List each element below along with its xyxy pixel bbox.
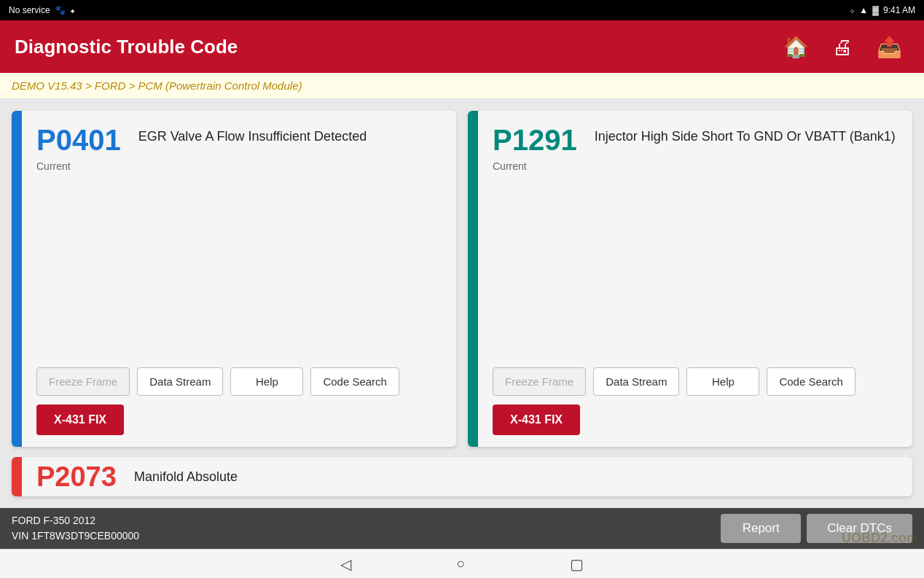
partial-card-body: P2073 Manifold Absolute (22, 457, 912, 496)
card1-data-stream-button[interactable]: Data Stream (137, 367, 223, 396)
main-content: P0401 EGR Valve A Flow Insufficient Dete… (0, 99, 924, 508)
card2-data-stream-button[interactable]: Data Stream (593, 367, 679, 396)
card1-description: EGR Valve A Flow Insufficient Detected (138, 128, 442, 145)
status-bar-right: ⬦ ▲ ▓ 9:41 AM (850, 5, 915, 15)
dtc-cards-row: P0401 EGR Valve A Flow Insufficient Dete… (12, 111, 912, 447)
vehicle-model: FORD F-350 2012 (12, 513, 139, 528)
status-bar-left: No service 🐾 ⬥ (9, 5, 75, 15)
card2-body: P1291 Injector High Side Short To GND Or… (478, 111, 912, 447)
card2-accent (468, 111, 478, 447)
bluetooth-icon: ⬦ (850, 5, 855, 15)
vehicle-info: FORD F-350 2012 VIN 1FT8W3DT9CEB00000 (12, 513, 139, 544)
nav-bar: ◁ ○ ▢ (0, 549, 924, 578)
breadcrumb-text: DEMO V15.43 > FORD > PCM (Powertrain Con… (12, 79, 302, 92)
card2-code-row: P1291 Injector High Side Short To GND Or… (493, 125, 898, 155)
card1-body: P0401 EGR Valve A Flow Insufficient Dete… (22, 111, 456, 447)
card2-status: Current (493, 160, 898, 172)
vehicle-vin: VIN 1FT8W3DT9CEB00000 (12, 528, 139, 544)
time-display: 9:41 AM (883, 5, 915, 15)
dtc-card-p1291: P1291 Injector High Side Short To GND Or… (468, 111, 912, 447)
card1-status: Current (36, 160, 442, 172)
export-button[interactable]: 📤 (869, 26, 909, 67)
bt-icon: ⬥ (70, 5, 75, 15)
breadcrumb: DEMO V15.43 > FORD > PCM (Powertrain Con… (0, 73, 924, 99)
card1-fix-button[interactable]: X-431 FIX (36, 405, 124, 435)
card1-code-row: P0401 EGR Valve A Flow Insufficient Dete… (36, 125, 442, 155)
card1-accent (12, 111, 22, 447)
page-title: Diagnostic Trouble Code (15, 36, 238, 58)
nav-recents-button[interactable]: ▢ (561, 552, 592, 576)
card2-code: P1291 (493, 125, 577, 155)
partial-card-description: Manifold Absolute (134, 469, 238, 485)
bottom-actions: Report Clear DTCs (721, 514, 912, 543)
card2-fix-button[interactable]: X-431 FIX (493, 405, 580, 435)
card2-description: Injector High Side Short To GND Or VBATT… (595, 128, 898, 145)
card1-freeze-frame-button[interactable]: Freeze Frame (36, 367, 130, 396)
bottom-bar: FORD F-350 2012 VIN 1FT8W3DT9CEB00000 Re… (0, 508, 924, 549)
status-bar: No service 🐾 ⬥ ⬦ ▲ ▓ 9:41 AM (0, 0, 924, 20)
partial-card-accent (12, 457, 22, 496)
card1-code-search-button[interactable]: Code Search (310, 367, 399, 396)
header: Diagnostic Trouble Code 🏠 🖨 📤 (0, 20, 924, 73)
wifi-icon: ▲ (859, 5, 868, 15)
card2-buttons: Freeze Frame Data Stream Help Code Searc… (493, 367, 898, 396)
signal-icon: 🐾 (55, 5, 66, 15)
nav-home-button[interactable]: ○ (447, 552, 474, 575)
card1-code: P0401 (36, 125, 121, 155)
card2-freeze-frame-button[interactable]: Freeze Frame (493, 367, 586, 396)
print-button[interactable]: 🖨 (822, 26, 863, 67)
report-button[interactable]: Report (721, 514, 801, 543)
no-service-text: No service (9, 5, 50, 15)
card2-code-search-button[interactable]: Code Search (767, 367, 856, 396)
home-button[interactable]: 🏠 (775, 26, 816, 67)
card1-help-button[interactable]: Help (230, 367, 303, 396)
partial-card-code: P2073 (36, 463, 117, 491)
nav-back-button[interactable]: ◁ (332, 552, 360, 576)
card1-buttons: Freeze Frame Data Stream Help Code Searc… (36, 367, 442, 396)
header-actions: 🏠 🖨 📤 (775, 26, 909, 67)
dtc-card-p0401: P0401 EGR Valve A Flow Insufficient Dete… (12, 111, 456, 447)
clear-dtcs-button[interactable]: Clear DTCs (807, 514, 912, 543)
card2-help-button[interactable]: Help (686, 367, 759, 396)
battery-icon: ▓ (872, 5, 879, 15)
partial-dtc-card: P2073 Manifold Absolute (12, 457, 912, 496)
